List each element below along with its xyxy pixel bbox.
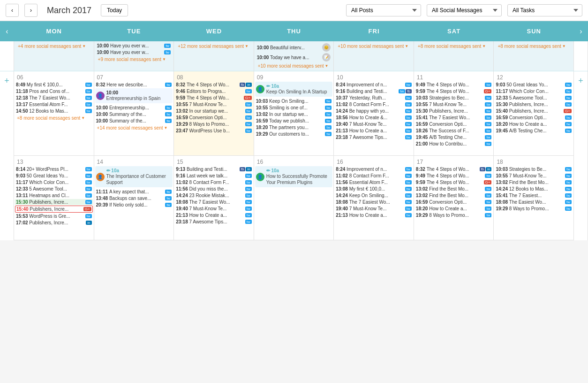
event-06-1[interactable]: 8:49 My first € 100,0...tw	[15, 82, 93, 88]
add-left-1[interactable]: +	[0, 71, 14, 156]
event-12-2[interactable]: 11:17 Which Color Con...tw	[495, 88, 573, 94]
event-12-5[interactable]: 15:40 Publishers, Incre...G+	[495, 108, 573, 114]
event-11-5[interactable]: 15:30 Publishers, Incre...tw	[415, 108, 493, 114]
event-12-6[interactable]: 16:59 Conversion Opti...tw	[495, 115, 573, 121]
event-14-featured[interactable]: 👤 ✏ 10a The Importance of Customer Suppo…	[95, 166, 173, 187]
event-07-featured[interactable]: 👤 10:00 Entrepreneurship in Spain	[95, 88, 173, 103]
event-13-5[interactable]: 13:11 Heatmaps and Cl...tw	[15, 192, 93, 199]
event-10-4[interactable]: 11:02 8 Contact Form F...tw	[335, 101, 413, 107]
tasks-filter[interactable]: All Tasks	[507, 4, 582, 16]
event-10-6[interactable]: 18:56 How to Create &...tw	[335, 115, 413, 121]
event-12-4[interactable]: 15:30 Publishers, Incre...tw	[495, 101, 573, 107]
event-10-1[interactable]: 8:24 Improvement of n...tw	[335, 82, 413, 88]
event-10-3[interactable]: 10:37 Yesterday, Ruth...tw	[335, 95, 413, 101]
event-10-8[interactable]: 21:13 How to Create a...tw	[335, 128, 413, 134]
event-10-2[interactable]: 9:16 Building and Testi...twfb	[335, 88, 413, 94]
event-tue-1[interactable]: 10:00 Have you ever w...tw	[96, 43, 172, 49]
event-07-1[interactable]: 8:32 Here we describe...tw	[95, 82, 173, 88]
event-15-3[interactable]: 11:02 8 Contact Form F...tw	[175, 179, 253, 185]
event-08-3[interactable]: 9:59 The 4 Steps of Wo...G+	[175, 95, 253, 101]
event-12-1[interactable]: 9:03 50 Great Ideas Yo...tw	[495, 82, 573, 88]
event-tue-2[interactable]: 10:00 Have you ever w...tw	[96, 49, 172, 55]
more-social-sat[interactable]: +8 more social messages sent ▼	[416, 43, 492, 50]
event-16f-8[interactable]: 21:13 How to Create a...tw	[335, 212, 413, 218]
prev-button[interactable]: ‹	[6, 4, 19, 17]
event-06-2[interactable]: 11:18 Pros and Cons of...tw	[15, 88, 93, 94]
event-15-9[interactable]: 23:18 7 Awesome Tips...tw	[175, 219, 253, 225]
event-08-6[interactable]: 16:59 Conversion Opti...tw	[175, 115, 253, 121]
event-11-6[interactable]: 15:41 The 7 Easiest Wo...tw	[415, 115, 493, 121]
event-07-4[interactable]: 10:00 Summary of the...tw	[95, 118, 173, 124]
add-right-1[interactable]: +	[574, 71, 588, 156]
event-17-4[interactable]: 13:02 Find the Best Mo...tw	[415, 186, 493, 192]
event-18-7[interactable]: 19:29 8 Ways to Promo...tw	[495, 206, 573, 212]
event-13-3[interactable]: 11:17 Which Color Con...tw	[15, 179, 93, 185]
event-08-8[interactable]: 23:47 WordPress Use b...tw	[175, 128, 253, 134]
event-09-4[interactable]: 13:02 In our startup we...tw	[255, 111, 333, 117]
event-12-8[interactable]: 19:45 A/B Testing Che...tw	[495, 128, 573, 134]
event-17-1[interactable]: 8:32 The 4 Steps of Wo...fbin	[415, 166, 493, 172]
event-13-4[interactable]: 12:33 5 Awesome Tool...tw	[15, 186, 93, 192]
event-08-1[interactable]: 8:32 The 4 Steps of Wo...fbin	[175, 82, 253, 88]
event-18-4[interactable]: 14:24 12 Books to Mas...tw	[495, 186, 573, 192]
event-15-6[interactable]: 18:08 The 7 Easiest Wo...tw	[175, 199, 253, 205]
event-16-featured[interactable]: 👤 ✏ 10a How to Successfully Promote Your…	[255, 166, 333, 187]
event-16f-3[interactable]: 11:56 Essential Atom F...tw	[335, 179, 413, 185]
event-10-9[interactable]: 23:18 7 Awesome Tips...tw	[335, 134, 413, 140]
event-17-8[interactable]: 19:29 8 Ways to Promo...tw	[415, 212, 493, 218]
event-thu-1[interactable]: 10:00 Beautiful interv...😊	[256, 43, 332, 52]
event-18-5[interactable]: 15:41 The 7 Easiest...tw	[495, 192, 573, 199]
more-social-sun[interactable]: +8 more social messages sent ▼	[496, 43, 572, 50]
event-06-3[interactable]: 12:18 The 7 Easiest Wo...tw	[15, 95, 93, 101]
event-11-3[interactable]: 10:03 Strategies to Bec...tw	[415, 95, 493, 101]
event-07-2[interactable]: 10:00 Entrepreneurship...tw	[95, 105, 173, 111]
event-12-7[interactable]: 18:20 How to Create a...tw	[495, 121, 573, 127]
event-08-4[interactable]: 10:55 7 Must-Know Te...tw	[175, 101, 253, 107]
event-09-7[interactable]: 19:29 Our customers to...tw	[255, 131, 333, 137]
event-13-6[interactable]: 15:30 Publishers, Incre...tw	[15, 199, 93, 205]
event-09-2[interactable]: 10:03 Keep On Smiling...tw	[255, 98, 333, 104]
event-10-7[interactable]: 19:40 7 Must-Know Te...tw	[335, 121, 413, 127]
event-14-2[interactable]: 13:48 Backups can save...tw	[95, 195, 173, 201]
event-16f-4[interactable]: 13:08 My first € 100,0...tw	[335, 186, 413, 192]
event-11-9[interactable]: 19:45 A/B Testing Che...tw	[415, 134, 493, 140]
more-social-mon[interactable]: +4 more social messages sent ▼	[16, 43, 92, 50]
event-thu-2[interactable]: 10:00 Today we have a...📝	[256, 53, 332, 62]
event-08-7[interactable]: 19:29 8 Ways to Promo...tw	[175, 121, 253, 127]
event-11-2[interactable]: 9:59 The 4 Steps of Wo...G+	[415, 88, 493, 94]
more-social-thu[interactable]: +10 more social messages sent ▼	[256, 62, 332, 69]
event-08-5[interactable]: 13:02 In our startup we...tw	[175, 108, 253, 114]
event-16f-6[interactable]: 18:08 The 7 Easiest Wo...tw	[335, 199, 413, 205]
event-18-3[interactable]: 13:02 Find the Best Mo...tw	[495, 179, 573, 185]
more-social-07[interactable]: +14 more social messages sent ▼	[95, 124, 173, 131]
event-13-1[interactable]: 8:14 20+ WordPress Pl...tw	[15, 166, 93, 172]
event-11-7[interactable]: 16:59 Conversion Opti...tw	[415, 121, 493, 127]
right-nav-icon[interactable]: ›	[574, 21, 588, 41]
event-14-3[interactable]: 20:39 If Nelio only sold...tw	[95, 202, 173, 208]
today-button[interactable]: Today	[101, 4, 128, 16]
social-filter[interactable]: All Social Messages	[427, 4, 502, 16]
event-13-2[interactable]: 9:03 50 Great Ideas Yo...tw	[15, 173, 93, 179]
event-13-9[interactable]: 17:02 Publishers, Incre...in	[15, 220, 93, 226]
more-social-wed[interactable]: +12 more social messages sent ▼	[176, 43, 252, 50]
event-17-5[interactable]: 13:02 Find the Best Mo...tw	[415, 192, 493, 199]
more-social-06[interactable]: +8 more social messages sent ▼	[15, 115, 93, 122]
event-09-featured[interactable]: 👤 ✏ 10a Keep On Smiling In A Startup	[255, 82, 333, 97]
event-17-6[interactable]: 16:59 Conversion Opti...tw	[415, 199, 493, 205]
event-11-8[interactable]: 18:26 The Success of F...tw	[415, 128, 493, 134]
event-13-7[interactable]: 15:40 Publishers, Incre...G+	[15, 206, 93, 213]
event-09-3[interactable]: 10:55 Smiling is one of...tw	[255, 105, 333, 111]
more-social-tue[interactable]: +9 more social messages sent ▼	[96, 56, 172, 63]
event-12-3[interactable]: 12:33 5 Awesome Tool...tw	[495, 95, 573, 101]
event-10-5[interactable]: 14:24 Be happy with yo...tw	[335, 108, 413, 114]
event-16f-1[interactable]: 8:24 Improvement of n...tw	[335, 166, 413, 172]
event-08-2[interactable]: 9:46 Editors to Progra...tw	[175, 88, 253, 94]
event-16f-7[interactable]: 19:40 7 Must-Know Te...tw	[335, 206, 413, 212]
event-11-1[interactable]: 9:49 The 4 Steps of Wo...tw	[415, 82, 493, 88]
event-18-1[interactable]: 10:03 Strategies to Be...tw	[495, 166, 573, 172]
event-15-2[interactable]: 9:16 Last week we talk...tw	[175, 173, 253, 179]
event-11-4[interactable]: 10:55 7 Must-Know Te...tw	[415, 101, 493, 107]
event-16f-5[interactable]: 14:24 Keep On Smiling...tw	[335, 192, 413, 199]
event-13-8[interactable]: 15:53 WordPress is Gre...tw	[15, 213, 93, 219]
event-17-2[interactable]: 9:49 The 4 Steps of Wo...tw	[415, 173, 493, 179]
